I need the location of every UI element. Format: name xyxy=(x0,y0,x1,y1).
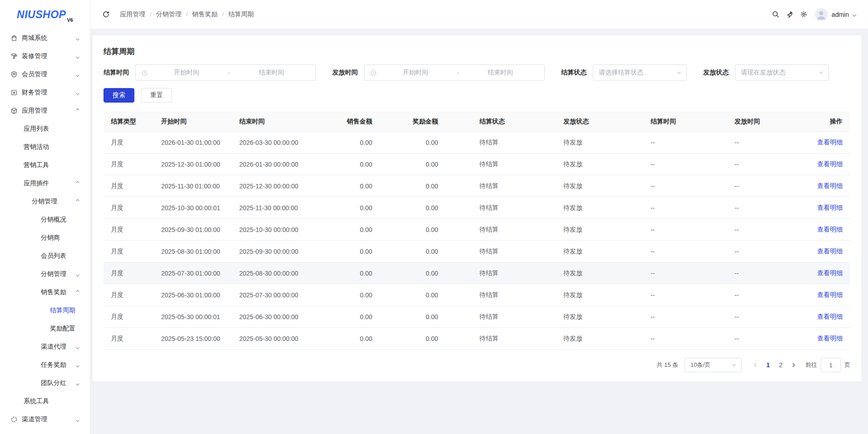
view-detail-link[interactable]: 查看明细 xyxy=(817,291,843,299)
breadcrumb: 应用管理/分销管理/销售奖励/结算周期 xyxy=(120,10,254,19)
sidebar-item-label: 营销活动 xyxy=(24,143,49,151)
chevron-up-icon xyxy=(75,181,80,186)
table-row: 月度2025-06-30 01:00:002025-07-30 00:00:00… xyxy=(104,284,850,306)
cell-action: 查看明细 xyxy=(817,219,843,240)
cell-reward: 0.00 xyxy=(387,197,438,218)
cell-reward: 0.00 xyxy=(387,175,438,197)
cell-settle_status: 待结算 xyxy=(479,284,498,306)
sidebar-item[interactable]: 分销管理 xyxy=(0,192,90,211)
chevron-up-icon xyxy=(75,199,80,204)
rocket-icon[interactable] xyxy=(786,10,794,18)
sidebar-item[interactable]: 奖励配置 xyxy=(0,320,90,338)
sidebar-item-label: 应用管理 xyxy=(22,107,47,115)
clock-icon xyxy=(141,69,148,76)
grant-status-label: 发放状态 xyxy=(703,69,729,77)
user-name[interactable]: admin xyxy=(832,11,849,18)
cell-end: 2025-06-30 00:00:00 xyxy=(239,306,298,327)
gear-icon[interactable] xyxy=(800,10,808,18)
cell-grant_time: -- xyxy=(735,153,739,175)
cell-action: 查看明细 xyxy=(817,132,843,153)
sidebar-item[interactable]: 应用列表 xyxy=(0,120,90,138)
breadcrumb-item[interactable]: 分销管理 xyxy=(156,10,182,19)
chevron-down-icon xyxy=(75,381,80,385)
end-time-placeholder: 结束时间 xyxy=(233,69,310,77)
refresh-icon[interactable] xyxy=(102,10,110,18)
sidebar-item[interactable]: 财务管理 xyxy=(0,84,90,102)
view-detail-link[interactable]: 查看明细 xyxy=(817,269,843,277)
sidebar-item[interactable]: 会员管理 xyxy=(0,65,90,84)
avatar[interactable] xyxy=(815,8,828,21)
view-detail-link[interactable]: 查看明细 xyxy=(817,247,843,256)
sidebar-item[interactable]: 销售奖励 xyxy=(0,283,90,301)
cell-start: 2025-05-30 00:00:01 xyxy=(161,306,220,327)
sidebar-item[interactable]: 营销工具 xyxy=(0,156,90,174)
user-menu-chevron-down-icon[interactable] xyxy=(852,12,857,17)
sidebar-item[interactable]: 结算周期 xyxy=(0,301,90,320)
sidebar-item[interactable]: 分销管理 xyxy=(0,265,90,283)
cell-settle_status: 待结算 xyxy=(479,175,498,197)
table-row: 月度2025-10-30 00:00:012025-11-30 00:00:00… xyxy=(104,197,850,219)
view-detail-link[interactable]: 查看明细 xyxy=(817,335,843,343)
cell-grant_status: 待发放 xyxy=(563,328,582,349)
prev-page-button[interactable] xyxy=(749,358,762,372)
page-number[interactable]: 2 xyxy=(774,358,787,372)
view-detail-link[interactable]: 查看明细 xyxy=(817,313,843,321)
sidebar-item[interactable]: 会员列表 xyxy=(0,247,90,265)
table-body: 月度2026-01-30 01:00:002026-03-30 00:00:00… xyxy=(104,132,850,350)
settle-time-filter: 结算时间 开始时间 - 结束时间 xyxy=(104,64,316,81)
settle-status-select[interactable]: 请选择结算状态 xyxy=(593,64,687,81)
cell-grant_status: 待发放 xyxy=(563,132,582,153)
view-detail-link[interactable]: 查看明细 xyxy=(817,160,843,168)
table-header-row: 结算类型开始时间结束时间销售金额奖励金额结算状态发放状态结算时间发放时间操作 xyxy=(104,112,850,132)
cell-grant_status: 待发放 xyxy=(563,153,582,175)
breadcrumb-item[interactable]: 结算周期 xyxy=(228,10,254,19)
cell-sales: 0.00 xyxy=(321,284,372,306)
topbar: 应用管理/分销管理/销售奖励/结算周期 admin xyxy=(90,0,868,29)
cell-sales: 0.00 xyxy=(321,262,372,284)
settle-time-range-input[interactable]: 开始时间 - 结束时间 xyxy=(135,64,316,81)
sidebar-item[interactable]: 渠道管理 xyxy=(0,410,90,429)
view-detail-link[interactable]: 查看明细 xyxy=(817,226,843,234)
search-button[interactable]: 搜索 xyxy=(104,88,134,103)
filter-bar: 结算时间 开始时间 - 结束时间 发放时间 开始时间 xyxy=(104,64,850,81)
grant-time-range-input[interactable]: 开始时间 - 结束时间 xyxy=(364,64,545,81)
view-detail-link[interactable]: 查看明细 xyxy=(817,138,843,147)
sidebar-item-label: 分销概况 xyxy=(41,216,66,224)
cell-grant_status: 待发放 xyxy=(563,175,582,197)
cell-reward: 0.00 xyxy=(387,262,438,284)
sidebar-item[interactable]: 装修管理 xyxy=(0,47,90,65)
sidebar-item[interactable]: 应用插件 xyxy=(0,174,90,192)
search-icon[interactable] xyxy=(772,10,779,18)
sidebar-item[interactable]: 团队分红 xyxy=(0,374,90,392)
cell-grant_status: 待发放 xyxy=(563,284,582,306)
clock-icon xyxy=(370,69,377,76)
cell-action: 查看明细 xyxy=(817,262,843,284)
goto-page-input[interactable] xyxy=(821,358,841,372)
reset-button[interactable]: 重置 xyxy=(141,88,172,103)
cell-action: 查看明细 xyxy=(817,153,843,175)
grant-time-filter: 发放时间 开始时间 - 结束时间 xyxy=(332,64,545,81)
view-detail-link[interactable]: 查看明细 xyxy=(817,182,843,190)
page-number[interactable]: 1 xyxy=(762,358,774,372)
sidebar-item[interactable]: 系统工具 xyxy=(0,392,90,410)
sidebar-item[interactable]: 分销商 xyxy=(0,229,90,247)
chevron-down-icon xyxy=(75,54,80,59)
cell-settle_status: 待结算 xyxy=(479,132,498,153)
view-detail-link[interactable]: 查看明细 xyxy=(817,204,843,212)
chevron-up-icon xyxy=(75,108,80,113)
sidebar-item[interactable]: 应用管理 xyxy=(0,102,90,120)
breadcrumb-item[interactable]: 应用管理 xyxy=(120,10,145,19)
sidebar-item[interactable]: 商城系统 xyxy=(0,29,90,47)
next-page-button[interactable] xyxy=(787,358,800,372)
sidebar-item[interactable]: 任务奖励 xyxy=(0,356,90,374)
app-icon xyxy=(10,107,18,114)
breadcrumb-item[interactable]: 销售奖励 xyxy=(192,10,217,19)
cell-start: 2025-12-30 01:00:00 xyxy=(161,153,220,175)
sidebar-item[interactable]: 渠道代理 xyxy=(0,338,90,356)
sidebar-item-label: 营销工具 xyxy=(24,161,49,169)
cell-end: 2026-01-30 00:00:00 xyxy=(239,153,298,175)
sidebar-item[interactable]: 分销概况 xyxy=(0,211,90,229)
page-size-select[interactable]: 10条/页 xyxy=(685,358,742,372)
grant-status-select[interactable]: 请现在发放状态 xyxy=(735,64,829,81)
sidebar-item[interactable]: 营销活动 xyxy=(0,138,90,156)
